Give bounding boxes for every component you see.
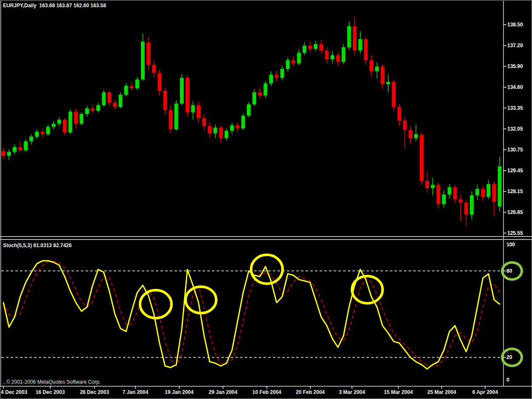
price-axis-label: 130.75 (507, 147, 523, 152)
candle-body (80, 114, 83, 124)
green-highlight-circle (501, 261, 523, 281)
candle-body (91, 108, 94, 111)
candle-body (7, 152, 11, 156)
candle-body (46, 127, 50, 134)
candle-body (342, 47, 346, 62)
candle-body (436, 185, 440, 204)
price-axis-label: 126.85 (507, 210, 523, 215)
candle-body (13, 147, 17, 152)
candle-body (431, 185, 435, 188)
candle-body (314, 44, 317, 48)
price-axis-label: 129.45 (507, 168, 523, 173)
candle-body (275, 74, 278, 78)
date-axis-label: 29 Jan 2004 (209, 389, 237, 395)
candle-body (130, 86, 134, 88)
candle-body (219, 128, 223, 138)
date-axis-label: 6 Apr 2004 (472, 389, 498, 395)
candle-body (197, 105, 200, 118)
candle-body (375, 66, 379, 71)
candle-body (241, 116, 245, 128)
candle-body (369, 60, 373, 71)
candle-body (96, 105, 100, 111)
candle-body (163, 91, 167, 110)
candle-body (269, 74, 273, 83)
candle-body (358, 39, 362, 50)
yellow-highlight-circle (186, 287, 216, 313)
candle-body (303, 46, 306, 53)
candle-body (448, 187, 452, 194)
candle-body (102, 92, 106, 105)
candle-body (247, 104, 251, 115)
candle-body (286, 60, 290, 69)
candle-body (252, 92, 256, 104)
candle-body (208, 126, 212, 133)
candle-body (69, 111, 72, 132)
candle-body (498, 166, 501, 207)
stoch-axis-label-100: 100 (506, 242, 515, 247)
candle-body (157, 73, 161, 91)
symbol-ohlc-title: EURJPY,Daily 163.68 163.87 162.60 163.58 (3, 3, 106, 9)
price-axis-label: 128.15 (507, 189, 523, 194)
stoch-indicator-label: Stoch(5,5,3) 81.0313 82.7426 (3, 242, 72, 248)
candle-body (470, 195, 474, 214)
window-frame (0, 0, 532, 399)
candle-body (464, 202, 468, 214)
candle-body (152, 65, 156, 73)
candle-body (325, 51, 329, 60)
candle-body (119, 95, 123, 107)
price-axis-label: 125.55 (507, 231, 523, 236)
candle-body (398, 107, 401, 120)
candle-body (380, 66, 384, 84)
candle-body (225, 131, 229, 138)
candle-body (169, 110, 173, 129)
candle-body (280, 69, 284, 78)
candle-body (319, 44, 323, 50)
price-axis-label: 132.05 (507, 126, 523, 131)
candle-body (403, 120, 407, 130)
candle-body (2, 151, 6, 156)
date-axis-label: 3 Mar 2004 (339, 389, 365, 395)
price-axis-label: 133.35 (507, 105, 523, 111)
candle-body (124, 86, 128, 95)
candle-body (292, 60, 295, 63)
stoch-main-line-k (3, 261, 500, 369)
date-axis-label: 16 Dec 2003 (36, 389, 65, 395)
candle-body (486, 184, 490, 197)
candle-body (230, 125, 234, 131)
candle-body (364, 39, 368, 60)
date-axis-label: 26 Dec 2003 (80, 389, 109, 395)
date-axis-label: 25 Mar 2004 (427, 389, 456, 395)
date-axis-label: 4 Dec 2003 (1, 389, 27, 395)
candle-body (213, 128, 217, 133)
candle-body (336, 55, 340, 62)
stoch-signal-line-d (3, 261, 500, 366)
date-axis-label: 10 Feb 2004 (252, 389, 281, 395)
candle-body (414, 134, 418, 138)
candle-body (85, 108, 89, 114)
candle-body (442, 194, 446, 204)
candle-body (386, 82, 390, 84)
candle-body (409, 130, 412, 138)
candle-body (330, 55, 334, 59)
price-axis-label: 135.90 (507, 64, 523, 69)
candle-body (107, 92, 111, 103)
chart-window: EURJPY,Daily 163.68 163.87 162.60 163.58… (0, 0, 532, 399)
candle-body (258, 92, 262, 96)
date-axis-label: 15 Mar 2004 (384, 389, 413, 395)
candle-body (24, 141, 28, 150)
candle-body (392, 82, 396, 107)
candle-body (347, 26, 351, 47)
candle-body (459, 200, 463, 203)
candle-body (63, 120, 67, 132)
candle-body (146, 43, 150, 65)
chart-canvas[interactable] (0, 0, 532, 399)
date-axis-label: 7 Jan 2004 (123, 389, 149, 395)
yellow-highlight-circle (352, 276, 383, 303)
candle-body (113, 103, 117, 107)
candle-body (174, 103, 178, 129)
candle-body (425, 181, 429, 188)
stoch-axis-label-0: 0 (506, 377, 509, 382)
candle-body (74, 111, 78, 123)
copyright-text: , © 2001-2006 MetaQuotes Software Corp. (3, 379, 100, 385)
candle-body (481, 189, 485, 197)
